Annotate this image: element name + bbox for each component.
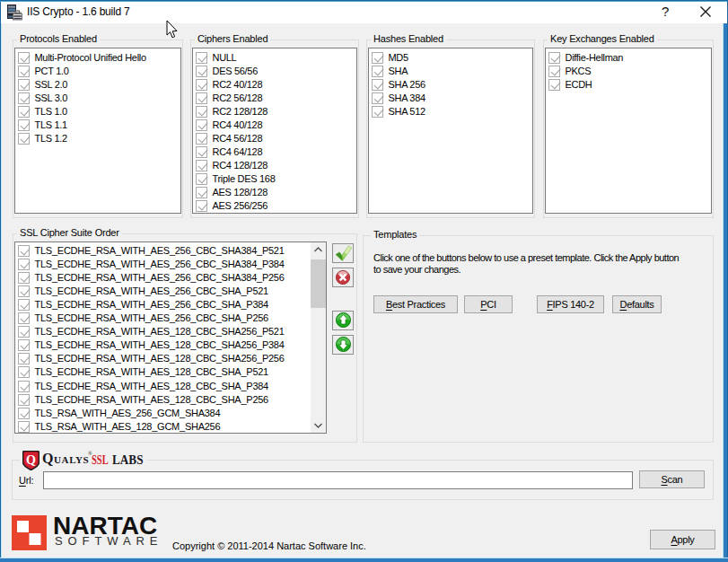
svg-text:Q: Q (26, 453, 36, 467)
